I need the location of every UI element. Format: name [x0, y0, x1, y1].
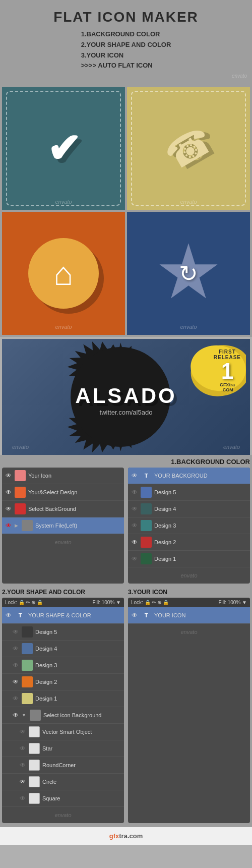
icon-house-cell: ⌂ envato — [2, 212, 125, 335]
section3-panel: Lock: 🔒 ✏ ⊕ 🔒 Fill: 100% ▼ 👁 T YOUR ICON… — [128, 598, 250, 823]
eye-s2-d3[interactable]: 👁 — [12, 662, 19, 669]
star-container: ↻ — [179, 260, 198, 287]
eye-icon-r3[interactable]: 👁 — [131, 505, 138, 512]
layer-row-select-design[interactable]: 👁 Your&Select Design — [2, 484, 124, 501]
layer-row-design5[interactable]: 👁 Design 5 — [128, 484, 250, 501]
name-shape-color: YOUR SHAPE & COLOR — [28, 612, 121, 618]
thumb-r6 — [141, 553, 152, 564]
section2-label: 2.YOUR SHAPE AND COLOR — [2, 589, 124, 596]
eye-shape-color[interactable]: 👁 — [5, 612, 12, 619]
name-sibg: Select icon Background — [43, 712, 121, 718]
layer-row-your-bg[interactable]: 👁 T YOUR BACKGROUD — [128, 468, 250, 484]
thumb-roundcorner — [29, 760, 40, 771]
layer-row-circle[interactable]: 👁 Circle — [2, 774, 124, 790]
name-circle: Circle — [42, 779, 121, 785]
eye-icon-r5[interactable]: 👁 — [131, 539, 138, 546]
eye-s2-d1[interactable]: 👁 — [12, 695, 19, 702]
layer-row-select-background[interactable]: 👁 Select BackGround — [2, 501, 124, 517]
t-shape-color: T — [15, 610, 26, 621]
footer-gfx: gfx — [109, 832, 119, 840]
eye-icon-3[interactable]: 👁 — [5, 505, 12, 512]
eye-icon-r2[interactable]: 👁 — [131, 489, 138, 496]
eye-roundcorner[interactable]: 👁 — [19, 762, 26, 769]
thumb-star — [29, 743, 40, 754]
layer-row-s2-design1[interactable]: 👁 Design 1 — [2, 690, 124, 707]
thumb-sibg — [30, 710, 41, 721]
layer-name-r3: Design 4 — [154, 506, 247, 512]
layer-row-square[interactable]: 👁 Square — [2, 790, 124, 807]
icon-phone-cell: ☎ envato — [127, 87, 250, 210]
layer-row-vso[interactable]: 👁 Vector Smart Object — [2, 724, 124, 740]
name-s2-d1: Design 1 — [35, 696, 121, 702]
step-4: >>>> AUTO FLAT ICON — [81, 61, 171, 71]
name-s2-d4: Design 4 — [35, 646, 121, 652]
layer-row-star[interactable]: 👁 Star — [2, 740, 124, 757]
t-icon-r1: T — [141, 470, 152, 481]
thumb-square — [29, 793, 40, 804]
thumb-s2-d1 — [22, 693, 33, 704]
layer-row-s2-design2[interactable]: 👁 Design 2 — [2, 674, 124, 690]
layer-row-select-icon-bg[interactable]: 👁 ▼ Select icon Background — [2, 707, 124, 724]
eye-star[interactable]: 👁 — [19, 745, 26, 752]
layer-row-system-file[interactable]: 👁 ▶ System File(Left) — [2, 517, 124, 534]
layer-row-shape-color[interactable]: 👁 T YOUR SHAPE & COLOR — [2, 607, 124, 624]
panel-watermark-left: envato — [2, 534, 124, 550]
eye-select-icon-bg[interactable]: 👁 — [12, 712, 19, 719]
layer-row-design1[interactable]: 👁 Design 1 — [128, 551, 250, 567]
envato-wm-house: envato — [55, 324, 72, 330]
layer-name-1: Your Icon — [28, 473, 121, 479]
layer-row-design2[interactable]: 👁 Design 2 — [128, 534, 250, 551]
layer-row-s2-design4[interactable]: 👁 Design 4 — [2, 641, 124, 657]
eye-icon-r1[interactable]: 👁 — [131, 472, 138, 479]
banner-twitter: twitter.com/al5ado — [100, 409, 153, 416]
eye-icon-r4[interactable]: 👁 — [131, 522, 138, 529]
step-3: 3.YOUR ICON — [81, 50, 171, 61]
panel-watermark-s3: envato — [128, 624, 250, 640]
thumb-3 — [15, 503, 26, 514]
layer-name-r6: Design 1 — [154, 556, 247, 562]
eye-icon-1[interactable]: 👁 — [5, 472, 12, 479]
eye-vso[interactable]: 👁 — [19, 728, 26, 735]
envato-wm-refresh: envato — [180, 324, 197, 330]
badge-text-container: FIRST RELEASE 1 GFXtra .COM — [214, 349, 241, 392]
icon-checkmark-cell: ✔ envato — [2, 87, 125, 210]
banner-title: ALSADO — [75, 384, 176, 408]
eye-icon-4[interactable]: 👁 — [5, 522, 12, 529]
thumb-circle — [29, 776, 40, 787]
step-2: 2.YOUR SHAPE AND COLOR — [81, 40, 171, 50]
eye-icon-r6[interactable]: 👁 — [131, 555, 138, 562]
envato-wm-phone: envato — [180, 199, 197, 205]
eye-s2-d5[interactable]: 👁 — [12, 628, 19, 635]
layer-row-s2-design3[interactable]: 👁 Design 3 — [2, 657, 124, 674]
layer-row-your-icon-s3[interactable]: 👁 T YOUR ICON — [128, 607, 250, 624]
eye-icon-2[interactable]: 👁 — [5, 489, 12, 496]
eye-circle[interactable]: 👁 — [19, 778, 26, 785]
layer-row-design3[interactable]: 👁 Design 3 — [128, 517, 250, 534]
name-roundcorner: RoundCorner — [42, 762, 121, 768]
eye-square[interactable]: 👁 — [19, 795, 26, 802]
layer-name-r5: Design 2 — [154, 539, 247, 545]
layer-row-your-icon[interactable]: 👁 Your Icon — [2, 468, 124, 484]
badge-number: 1 — [214, 360, 241, 382]
steps-list: 1.BACKGROUND COLOR 2.YOUR SHAPE AND COLO… — [81, 29, 171, 71]
banner: FIRST RELEASE 1 GFXtra .COM ALSADO twitt… — [2, 339, 250, 455]
thumb-vso — [29, 726, 40, 737]
step-1: 1.BACKGROUND COLOR — [81, 29, 171, 40]
envato-watermark-header: envato — [5, 73, 247, 79]
layer-row-s2-design5[interactable]: 👁 Design 5 — [2, 624, 124, 641]
layer-row-roundcorner[interactable]: 👁 RoundCorner — [2, 757, 124, 774]
layer-row-design4[interactable]: 👁 Design 4 — [128, 501, 250, 517]
folder-arrow-4: ▶ — [15, 523, 18, 528]
name-your-icon-s3: YOUR ICON — [154, 612, 247, 618]
refresh-icon: ↻ — [179, 260, 198, 287]
eye-your-icon-s3[interactable]: 👁 — [131, 612, 138, 619]
section1-panels: 👁 Your Icon 👁 Your&Select Design 👁 Selec… — [0, 467, 252, 587]
eye-s2-d2[interactable]: 👁 — [12, 678, 19, 685]
thumb-1 — [15, 470, 26, 481]
thumb-r2 — [141, 487, 152, 498]
thumb-4 — [22, 520, 33, 531]
name-s2-d5: Design 5 — [35, 629, 121, 635]
section23-panels: Lock: 🔒 ✏ ⊕ 🔒 Fill: 100% ▼ 👁 T YOUR SHAP… — [0, 597, 252, 827]
eye-s2-d4[interactable]: 👁 — [12, 645, 19, 652]
lock-label-s3: Lock: 🔒 ✏ ⊕ 🔒 — [131, 600, 169, 605]
